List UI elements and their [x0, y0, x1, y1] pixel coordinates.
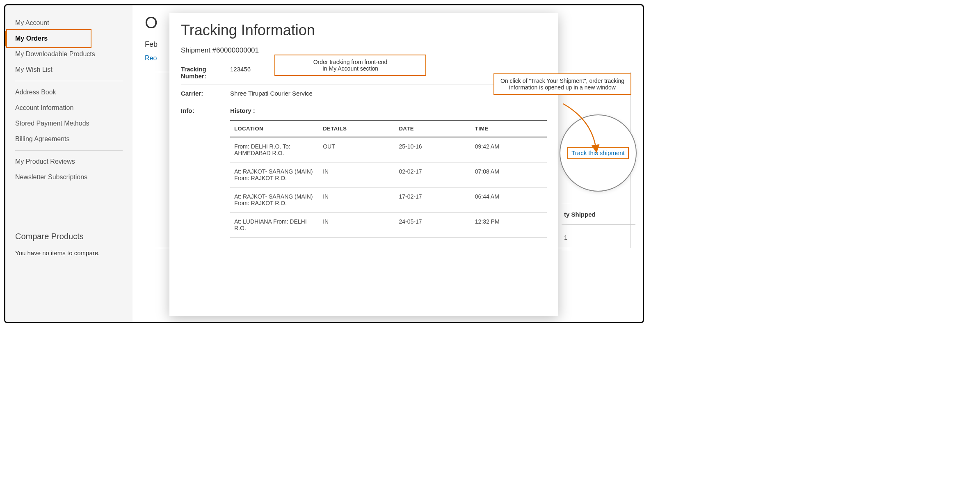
track-shipment-highlight: Track this shipment	[567, 147, 629, 159]
history-cell-time: 07:08 AM	[471, 162, 547, 187]
history-cell-date: 24-05-17	[395, 213, 471, 238]
history-row: At: RAJKOT- SARANG (MAIN) From: RAJKOT R…	[230, 187, 547, 213]
history-row: At: RAJKOT- SARANG (MAIN) From: RAJKOT R…	[230, 162, 547, 187]
sidebar-divider	[15, 150, 123, 151]
history-label: History :	[230, 107, 547, 114]
history-cell-location: At: RAJKOT- SARANG (MAIN) From: RAJKOT R…	[230, 162, 319, 187]
history-cell-date: 17-02-17	[395, 187, 471, 213]
history-cell-details: IN	[319, 162, 395, 187]
order-items-table-partial: ty Shipped 1	[562, 204, 635, 250]
tracking-history-table: LOCATION DETAILS DATE TIME From: DELHI R…	[230, 120, 547, 238]
sidebar-item-downloadable[interactable]: My Downloadable Products	[5, 46, 132, 62]
compare-products-empty: You have no items to compare.	[15, 249, 123, 256]
track-shipment-link[interactable]: Track this shipment	[571, 149, 625, 156]
sidebar-divider	[15, 81, 123, 81]
qty-shipped-header-partial: ty Shipped	[562, 204, 635, 225]
zoom-highlight-circle: Track this shipment	[560, 114, 637, 192]
tracking-modal-title: Tracking Information	[181, 22, 547, 39]
sidebar-item-billing-agreements[interactable]: Billing Agreements	[5, 131, 132, 147]
history-cell-time: 06:44 AM	[471, 187, 547, 213]
sidebar-item-product-reviews[interactable]: My Product Reviews	[5, 154, 132, 169]
annotation-callout-onclick: On click of "Track Your Shipment", order…	[493, 73, 631, 95]
history-cell-details: OUT	[319, 137, 395, 162]
callout-text: Order tracking from front-end	[281, 59, 420, 65]
sidebar-item-wishlist[interactable]: My Wish List	[5, 62, 132, 78]
history-col-location: LOCATION	[230, 120, 319, 137]
history-cell-details: IN	[319, 213, 395, 238]
compare-products-title: Compare Products	[15, 232, 123, 241]
history-cell-location: From: DELHI R.O. To: AHMEDABAD R.O.	[230, 137, 319, 162]
info-label: Info:	[181, 107, 230, 114]
history-cell-date: 25-10-16	[395, 137, 471, 162]
history-cell-date: 02-02-17	[395, 162, 471, 187]
history-col-details: DETAILS	[319, 120, 395, 137]
callout-text: In My Account section	[281, 65, 420, 72]
history-col-date: DATE	[395, 120, 471, 137]
history-cell-location: At: RAJKOT- SARANG (MAIN) From: RAJKOT R…	[230, 187, 319, 213]
sidebar-item-newsletter[interactable]: Newsletter Subscriptions	[5, 169, 132, 185]
history-col-time: TIME	[471, 120, 547, 137]
carrier-label: Carrier:	[181, 90, 230, 97]
history-row: At: LUDHIANA From: DELHI R.O. IN 24-05-1…	[230, 213, 547, 238]
sidebar-item-address-book[interactable]: Address Book	[5, 85, 132, 100]
callout-text: On click of "Track Your Shipment", order…	[500, 78, 624, 91]
page-frame: My Account My Orders My Downloadable Pro…	[4, 4, 644, 323]
account-sidebar: My Account My Orders My Downloadable Pro…	[5, 5, 132, 322]
reorder-link-stub[interactable]: Reo	[145, 55, 157, 62]
sidebar-item-payment-methods[interactable]: Stored Payment Methods	[5, 116, 132, 131]
qty-shipped-value: 1	[562, 225, 635, 250]
sidebar-item-my-account[interactable]: My Account	[5, 15, 132, 31]
sidebar-item-my-orders[interactable]: My Orders	[5, 31, 132, 46]
history-cell-location: At: LUDHIANA From: DELHI R.O.	[230, 213, 319, 238]
history-cell-details: IN	[319, 187, 395, 213]
history-cell-time: 09:42 AM	[471, 137, 547, 162]
history-row: From: DELHI R.O. To: AHMEDABAD R.O. OUT …	[230, 137, 547, 162]
history-cell-time: 12:32 PM	[471, 213, 547, 238]
sidebar-item-account-info[interactable]: Account Information	[5, 100, 132, 116]
tracking-number-label: Tracking Number:	[181, 66, 230, 80]
annotation-callout-frontend: Order tracking from front-end In My Acco…	[274, 55, 426, 76]
